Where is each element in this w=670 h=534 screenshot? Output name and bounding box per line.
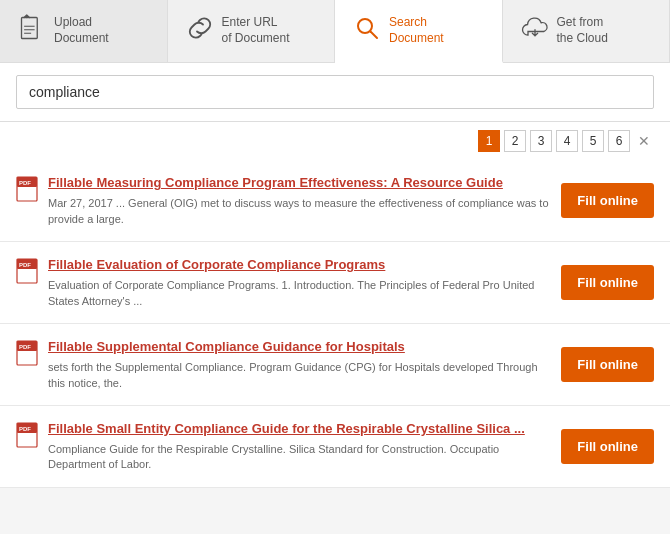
pdf-icon-1: PDF <box>16 258 38 288</box>
result-snippet-1: Evaluation of Corporate Compliance Progr… <box>48 278 551 309</box>
result-item-3: PDF Fillable Small Entity Compliance Gui… <box>0 406 670 488</box>
pagination-expand[interactable]: ✕ <box>634 133 654 149</box>
page-6-button[interactable]: 6 <box>608 130 630 152</box>
page-3-button[interactable]: 3 <box>530 130 552 152</box>
result-content-2: Fillable Supplemental Compliance Guidanc… <box>48 338 551 391</box>
page-5-button[interactable]: 5 <box>582 130 604 152</box>
tab-upload-label: Upload Document <box>54 15 109 46</box>
fill-online-button-2[interactable]: Fill online <box>561 347 654 382</box>
result-snippet-0: Mar 27, 2017 ... General (OIG) met to di… <box>48 196 551 227</box>
tab-search-label: Search Document <box>389 15 444 46</box>
tab-upload[interactable]: Upload Document <box>0 0 168 62</box>
results-container: PDF Fillable Measuring Compliance Progra… <box>0 160 670 488</box>
page-4-button[interactable]: 4 <box>556 130 578 152</box>
svg-rect-0 <box>22 18 38 39</box>
tab-cloud-label: Get from the Cloud <box>557 15 608 46</box>
result-content-0: Fillable Measuring Compliance Program Ef… <box>48 174 551 227</box>
page-1-button[interactable]: 1 <box>478 130 500 152</box>
result-content-1: Fillable Evaluation of Corporate Complia… <box>48 256 551 309</box>
pdf-icon-3: PDF <box>16 422 38 452</box>
svg-text:PDF: PDF <box>19 344 31 350</box>
svg-text:PDF: PDF <box>19 426 31 432</box>
search-icon <box>353 14 381 48</box>
result-content-3: Fillable Small Entity Compliance Guide f… <box>48 420 551 473</box>
search-bar-wrapper <box>0 63 670 122</box>
result-snippet-2: sets forth the Supplemental Compliance. … <box>48 360 551 391</box>
svg-line-5 <box>371 31 378 38</box>
result-item-0: PDF Fillable Measuring Compliance Progra… <box>0 160 670 242</box>
fill-online-button-0[interactable]: Fill online <box>561 183 654 218</box>
result-title-0[interactable]: Fillable Measuring Compliance Program Ef… <box>48 174 551 192</box>
tab-enter-url-label: Enter URL of Document <box>222 15 290 46</box>
svg-text:PDF: PDF <box>19 262 31 268</box>
fill-online-button-3[interactable]: Fill online <box>561 429 654 464</box>
cloud-icon <box>521 14 549 48</box>
result-item-2: PDF Fillable Supplemental Compliance Gui… <box>0 324 670 406</box>
upload-icon <box>18 14 46 48</box>
search-input[interactable] <box>16 75 654 109</box>
result-title-1[interactable]: Fillable Evaluation of Corporate Complia… <box>48 256 551 274</box>
result-title-2[interactable]: Fillable Supplemental Compliance Guidanc… <box>48 338 551 356</box>
pagination: 1 2 3 4 5 6 ✕ <box>0 122 670 160</box>
fill-online-button-1[interactable]: Fill online <box>561 265 654 300</box>
svg-text:PDF: PDF <box>19 180 31 186</box>
nav-tabs: Upload Document Enter URL of Document Se… <box>0 0 670 63</box>
pdf-icon-2: PDF <box>16 340 38 370</box>
page-2-button[interactable]: 2 <box>504 130 526 152</box>
tab-search[interactable]: Search Document <box>335 0 503 63</box>
tab-enter-url[interactable]: Enter URL of Document <box>168 0 336 62</box>
result-item-1: PDF Fillable Evaluation of Corporate Com… <box>0 242 670 324</box>
pdf-icon-0: PDF <box>16 176 38 206</box>
result-snippet-3: Compliance Guide for the Respirable Crys… <box>48 442 551 473</box>
tab-cloud[interactable]: Get from the Cloud <box>503 0 671 62</box>
result-title-3[interactable]: Fillable Small Entity Compliance Guide f… <box>48 420 551 438</box>
link-icon <box>186 14 214 48</box>
